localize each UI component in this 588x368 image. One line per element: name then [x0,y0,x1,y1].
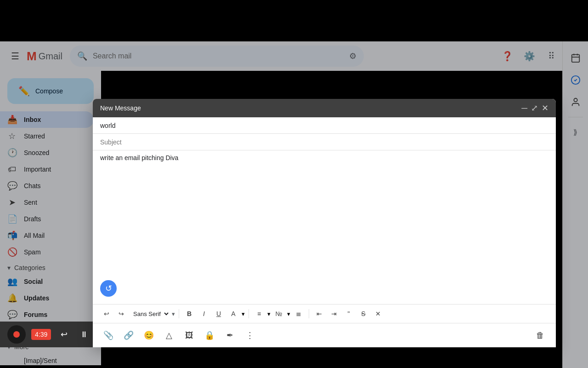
text-color-chevron[interactable]: ▾ [242,310,245,317]
clear-format-button[interactable]: ✕ [372,307,384,320]
italic-button[interactable]: I [198,307,210,320]
delete-button[interactable]: 🗑 [532,327,548,344]
recording-time: 4:39 [31,329,51,340]
top-chrome [0,0,588,41]
compose-modal: New Message ─ ⤢ ✕ write an email pitchin… [93,99,556,347]
lock-button[interactable]: 🔒 [201,327,218,344]
modal-header-icons: ─ ⤢ ✕ [521,103,548,113]
toolbar-separator-3 [309,309,309,318]
quote-button[interactable]: " [342,307,355,320]
subject-input[interactable] [100,138,548,146]
emoji-button[interactable]: 😊 [141,327,157,344]
toolbar-separator-2 [249,309,249,318]
photo-button[interactable]: 🖼 [181,327,198,344]
to-input[interactable] [100,122,548,129]
ordered-list-button[interactable]: № [272,307,285,320]
recording-indicator [7,325,26,344]
indent-decrease-button[interactable]: ⇤ [313,307,326,320]
strikethrough-button[interactable]: S [357,307,370,320]
ai-icon: ↺ [105,283,112,293]
link-button[interactable]: 🔗 [120,327,137,344]
subject-field [93,134,556,150]
rec-dot [13,331,20,338]
align-chevron[interactable]: ▾ [267,310,271,317]
body-text: write an email pitching Diva [100,154,178,161]
font-size-dropdown[interactable]: ▾ [172,310,175,317]
more-options-button[interactable]: ⋮ [242,327,258,344]
attach-button[interactable]: 📎 [100,327,117,344]
ordered-list-chevron[interactable]: ▾ [287,310,290,317]
bold-button[interactable]: B [183,307,196,320]
align-button[interactable]: ≡ [253,307,266,320]
compose-body[interactable]: write an email pitching Diva ↺ [93,150,556,304]
redo-button[interactable]: ↪ [115,307,128,320]
indent-increase-button[interactable]: ⇥ [328,307,340,320]
unordered-list-button[interactable]: ≣ [292,307,305,320]
delete-button-container: 🗑 [532,327,548,344]
font-family-selector[interactable]: Sans Serif [130,309,170,319]
underline-button[interactable]: U [212,307,225,320]
formatting-toolbar: ↩ ↪ Sans Serif ▾ B I U A ▾ ≡ ▾ № ▾ ≣ ⇤ ⇥… [93,304,556,323]
bottom-toolbar: 📎 🔗 😊 △ 🖼 🔒 ✒ ⋮ 🗑 [93,323,556,347]
minimize-button[interactable]: ─ [521,104,527,113]
recording-pause-button[interactable]: ⏸ [77,327,91,342]
text-color-button[interactable]: A [227,307,240,320]
ai-assist-button[interactable]: ↺ [100,280,117,297]
maximize-button[interactable]: ⤢ [531,103,538,113]
recording-undo-button[interactable]: ↩ [57,327,71,342]
close-button[interactable]: ✕ [542,103,548,113]
signature-button[interactable]: ✒ [221,327,238,344]
to-field [93,117,556,134]
modal-title: New Message [100,104,521,112]
undo-button[interactable]: ↩ [100,307,113,320]
drive-button[interactable]: △ [161,327,177,344]
toolbar-separator-1 [179,309,179,318]
modal-header: New Message ─ ⤢ ✕ [93,99,556,117]
